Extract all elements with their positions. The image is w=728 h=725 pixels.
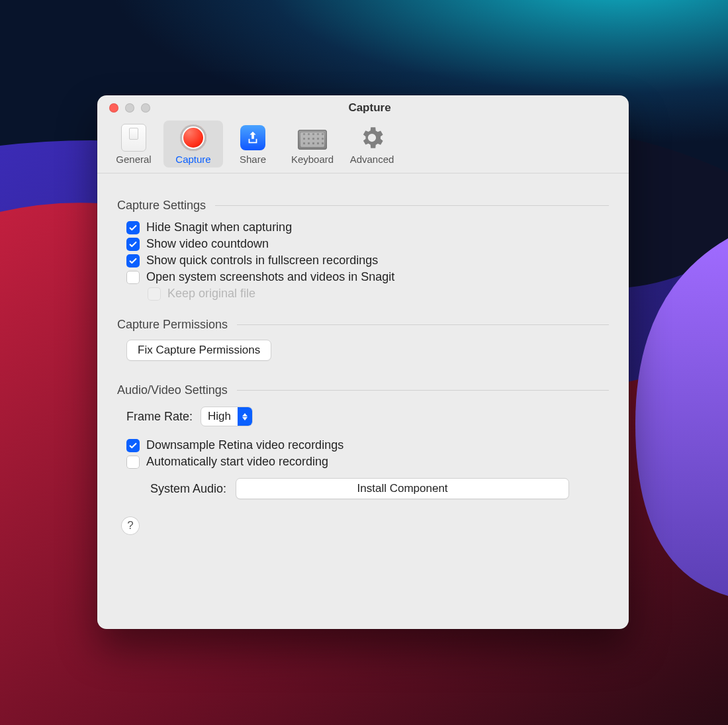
system-audio-label: System Audio:: [150, 482, 226, 496]
titlebar: Capture: [97, 95, 629, 121]
row-auto-start: Automatically start video recording: [126, 455, 609, 469]
checkbox-label: Show video countdown: [146, 237, 269, 251]
checkbox-label: Downsample Retina video recordings: [146, 438, 343, 452]
tab-share[interactable]: Share: [223, 121, 283, 168]
tab-capture-label: Capture: [175, 154, 210, 165]
checkbox-downsample[interactable]: [126, 439, 140, 452]
tab-keyboard[interactable]: Keyboard: [283, 121, 342, 168]
preferences-window: Capture General Capture Share Keyboard: [97, 95, 629, 629]
switch-icon: [121, 124, 146, 152]
divider: [237, 324, 609, 325]
section-capture-settings: Capture Settings: [117, 199, 609, 213]
divider: [237, 390, 609, 391]
section-title: Audio/Video Settings: [117, 383, 237, 397]
content: Capture Settings Hide Snagit when captur…: [97, 173, 629, 548]
section-audio-video: Audio/Video Settings: [117, 383, 609, 397]
row-system-audio: System Audio: Install Component: [150, 478, 609, 499]
keyboard-icon: [298, 130, 327, 150]
tab-keyboard-label: Keyboard: [291, 154, 334, 165]
checkbox-label: Automatically start video recording: [146, 455, 328, 469]
row-hide-snagit: Hide Snagit when capturing: [126, 220, 609, 234]
section-title: Capture Permissions: [117, 318, 237, 332]
record-icon: [180, 124, 206, 151]
checkbox-hide-snagit[interactable]: [126, 221, 140, 234]
checkbox-open-system[interactable]: [126, 271, 140, 284]
row-show-countdown: Show video countdown: [126, 237, 609, 251]
tab-advanced-label: Advanced: [350, 154, 394, 165]
checkbox-label: Hide Snagit when capturing: [146, 220, 292, 234]
divider: [215, 205, 609, 206]
tab-capture[interactable]: Capture: [163, 121, 223, 168]
row-quick-controls: Show quick controls in fullscreen record…: [126, 254, 609, 267]
frame-rate-select[interactable]: High: [201, 407, 253, 426]
window-title: Capture: [111, 101, 629, 115]
row-frame-rate: Frame Rate: High: [126, 407, 609, 426]
fix-permissions-button[interactable]: Fix Capture Permissions: [126, 340, 271, 361]
tab-share-label: Share: [240, 154, 266, 165]
tab-general-label: General: [116, 154, 151, 165]
tab-advanced[interactable]: Advanced: [342, 121, 402, 168]
checkbox-label: Open system screenshots and videos in Sn…: [146, 270, 394, 284]
install-component-button[interactable]: Install Component: [236, 478, 569, 499]
help-button[interactable]: ?: [121, 516, 140, 535]
checkbox-keep-original: [148, 287, 161, 301]
toolbar: General Capture Share Keyboard Advan: [97, 121, 629, 173]
row-open-system: Open system screenshots and videos in Sn…: [126, 270, 609, 284]
share-icon: [240, 125, 265, 150]
checkbox-show-countdown[interactable]: [126, 238, 140, 251]
frame-rate-label: Frame Rate:: [126, 410, 193, 424]
checkbox-quick-controls[interactable]: [126, 254, 140, 267]
checkbox-label: Show quick controls in fullscreen record…: [146, 254, 378, 267]
frame-rate-value: High: [201, 410, 238, 423]
row-downsample: Downsample Retina video recordings: [126, 438, 609, 452]
checkbox-auto-start[interactable]: [126, 456, 140, 469]
row-keep-original: Keep original file: [148, 287, 609, 301]
checkbox-label: Keep original file: [167, 287, 255, 301]
gear-icon: [357, 123, 387, 152]
section-title: Capture Settings: [117, 199, 215, 213]
tab-general[interactable]: General: [104, 121, 163, 168]
chevron-updown-icon: [238, 407, 252, 426]
section-capture-permissions: Capture Permissions: [117, 318, 609, 332]
